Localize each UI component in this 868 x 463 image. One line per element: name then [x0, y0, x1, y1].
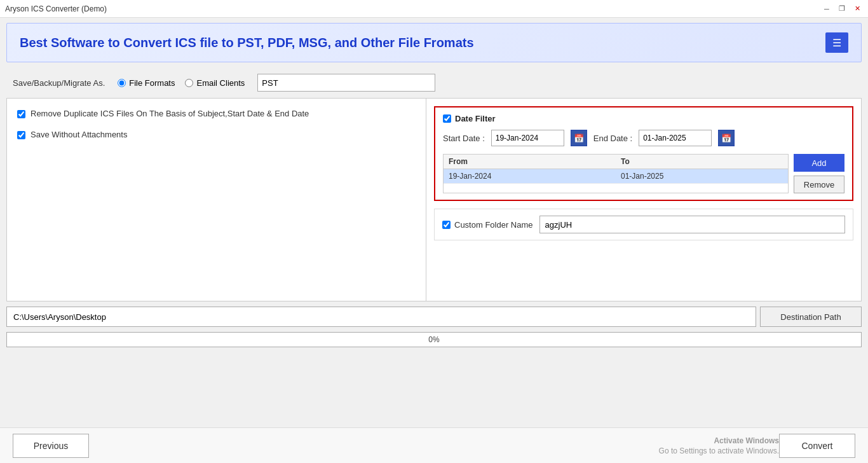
end-date-input[interactable] [639, 130, 712, 146]
restore-button[interactable]: ❐ [836, 3, 848, 15]
date-table: From To 19-Jan-2024 01-Jan-2025 [443, 154, 789, 193]
options-row: Save/Backup/Migrate As. File Formats Ema… [0, 67, 868, 98]
previous-button[interactable]: Previous [13, 434, 89, 458]
date-filter-box: Date Filter Start Date : 📅 End Date : 📅 … [434, 106, 853, 201]
radio-group: File Formats Email Clients [118, 78, 245, 88]
custom-folder-box: Custom Folder Name [434, 209, 853, 240]
email-clients-radio[interactable]: Email Clients [185, 78, 245, 88]
file-formats-radio-input[interactable] [118, 79, 126, 87]
remove-button[interactable]: Remove [794, 176, 844, 193]
destination-path-button[interactable]: Destination Path [760, 307, 862, 327]
file-formats-radio[interactable]: File Formats [118, 78, 175, 88]
bottom-path-row: Destination Path [6, 307, 862, 327]
activate-title: Activate Windows [659, 436, 779, 445]
format-select-wrapper[interactable]: PST PDF MSG EML MBOX HTML CSV [257, 74, 435, 92]
duplicate-label[interactable]: Remove Duplicate ICS Files On The Basis … [31, 109, 309, 118]
main-content: Remove Duplicate ICS Files On The Basis … [6, 98, 862, 301]
end-date-calendar-button[interactable]: 📅 [718, 130, 735, 146]
menu-icon-button[interactable]: ☰ [825, 32, 848, 53]
progress-text: 0% [428, 335, 439, 344]
progress-row: 0% [6, 332, 862, 347]
add-button[interactable]: Add [794, 154, 844, 172]
email-clients-radio-input[interactable] [185, 79, 193, 87]
header-banner: Best Software to Convert ICS file to PST… [6, 23, 862, 62]
left-panel: Remove Duplicate ICS Files On The Basis … [7, 99, 426, 301]
to-column-header: To [616, 155, 788, 169]
destination-path-input[interactable] [6, 307, 756, 327]
date-table-header: From To [444, 155, 788, 169]
email-clients-label: Email Clients [196, 78, 245, 88]
format-select[interactable]: PST PDF MSG EML MBOX HTML CSV [262, 78, 431, 88]
start-date-calendar-button[interactable]: 📅 [571, 130, 587, 146]
attachments-checkbox-row: Save Without Attachments [17, 130, 416, 139]
save-label: Save/Backup/Migrate As. [13, 78, 105, 88]
custom-folder-checkbox[interactable] [442, 221, 451, 229]
custom-folder-checkbox-label[interactable]: Custom Folder Name [442, 220, 533, 230]
attachments-label[interactable]: Save Without Attachments [31, 130, 127, 139]
minimize-button[interactable]: ─ [821, 3, 832, 15]
title-bar-text: Aryson ICS Converter (Demo) [5, 4, 107, 13]
file-formats-label: File Formats [129, 78, 175, 88]
custom-folder-label: Custom Folder Name [454, 220, 533, 230]
custom-folder-input[interactable] [539, 216, 845, 233]
activate-desc: Go to Settings to activate Windows. [659, 446, 779, 455]
activate-windows: Activate Windows Go to Settings to activ… [659, 436, 779, 455]
footer: Previous Activate Windows Go to Settings… [0, 427, 868, 463]
title-bar-controls: ─ ❐ ✕ [821, 3, 863, 15]
from-column-header: From [444, 155, 616, 169]
convert-button[interactable]: Convert [779, 434, 855, 458]
date-btn-group: Add Remove [794, 154, 844, 193]
title-bar: Aryson ICS Converter (Demo) ─ ❐ ✕ [0, 0, 868, 18]
start-date-label: Start Date : [443, 134, 485, 143]
date-table-area: From To 19-Jan-2024 01-Jan-2025 Add Remo… [443, 154, 844, 193]
right-panel: Date Filter Start Date : 📅 End Date : 📅 … [426, 99, 861, 301]
date-filter-title: Date Filter [455, 114, 496, 123]
end-date-label: End Date : [593, 134, 632, 143]
duplicate-checkbox-row: Remove Duplicate ICS Files On The Basis … [17, 109, 416, 118]
to-cell: 01-Jan-2025 [616, 169, 788, 183]
start-date-input[interactable] [491, 130, 564, 146]
duplicate-checkbox[interactable] [17, 110, 25, 118]
date-row: Start Date : 📅 End Date : 📅 [443, 130, 844, 146]
table-row[interactable]: 19-Jan-2024 01-Jan-2025 [444, 169, 788, 184]
date-filter-checkbox[interactable] [443, 114, 451, 123]
date-filter-header: Date Filter [443, 114, 844, 123]
from-cell: 19-Jan-2024 [444, 169, 616, 183]
close-button[interactable]: ✕ [851, 3, 863, 15]
header-title: Best Software to Convert ICS file to PST… [20, 36, 474, 50]
attachments-checkbox[interactable] [17, 131, 25, 139]
